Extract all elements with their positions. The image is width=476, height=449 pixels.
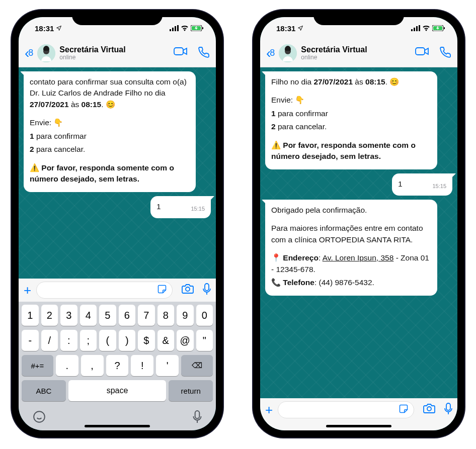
key-space[interactable]: space	[68, 380, 167, 401]
svg-rect-9	[174, 48, 183, 55]
key-at[interactable]: @	[177, 330, 194, 351]
svg-point-24	[427, 407, 431, 411]
message-input[interactable]	[36, 282, 173, 299]
key-slash[interactable]: /	[41, 330, 58, 351]
svg-rect-0	[170, 29, 171, 31]
svg-rect-14	[411, 29, 413, 31]
phone-call-icon[interactable]	[439, 46, 451, 60]
chat-area[interactable]: contato para confirmar sua consulta com …	[19, 67, 216, 279]
microphone-icon[interactable]	[203, 283, 211, 297]
key-colon[interactable]: :	[60, 330, 77, 351]
battery-icon	[191, 24, 204, 33]
microphone-icon[interactable]	[444, 403, 452, 417]
home-indicator[interactable]	[85, 425, 150, 427]
key-exclaim[interactable]: !	[131, 355, 153, 376]
video-call-icon[interactable]	[415, 46, 429, 60]
key-quote[interactable]: "	[196, 330, 213, 351]
location-arrow-icon	[56, 24, 62, 33]
key-5[interactable]: 5	[99, 305, 116, 326]
keyboard-row-1: 1 2 3 4 5 6 7 8 9 0	[21, 305, 214, 326]
phone-call-icon[interactable]	[198, 46, 210, 60]
message-outgoing: 1 15:15	[150, 196, 211, 218]
message-incoming: contato para confirmar sua consulta com …	[24, 71, 196, 192]
screen: 18:31 ‹ 8	[260, 17, 457, 430]
key-semicolon[interactable]: ;	[80, 330, 97, 351]
svg-rect-20	[444, 27, 445, 29]
plus-icon[interactable]: +	[265, 402, 273, 418]
camera-icon[interactable]	[182, 284, 194, 297]
key-8[interactable]: 8	[157, 305, 175, 326]
svg-rect-15	[414, 28, 415, 31]
contact-status: online	[59, 54, 170, 61]
status-time: 18:31	[35, 24, 54, 33]
back-button[interactable]: ‹ 8	[25, 46, 33, 60]
camera-icon[interactable]	[423, 403, 435, 416]
key-abc[interactable]: ABC	[22, 380, 66, 401]
avatar[interactable]	[279, 44, 297, 62]
svg-rect-13	[195, 411, 200, 418]
key-paren-close[interactable]: )	[119, 330, 136, 351]
key-dash[interactable]: -	[22, 330, 39, 351]
key-paren-open[interactable]: (	[99, 330, 116, 351]
screen: 18:31 ‹ 8	[19, 17, 216, 430]
phone-right: 18:31 ‹ 8	[253, 10, 464, 437]
plus-icon[interactable]: +	[24, 283, 31, 298]
key-symbols[interactable]: #+=	[22, 355, 53, 376]
svg-point-12	[34, 411, 45, 422]
keyboard: 1 2 3 4 5 6 7 8 9 0 - / : ; ( ) $ & @	[19, 302, 216, 430]
message-time: 15:15	[191, 205, 205, 213]
key-4[interactable]: 4	[80, 305, 97, 326]
key-0[interactable]: 0	[196, 305, 213, 326]
message-input[interactable]	[278, 401, 414, 418]
svg-rect-1	[172, 28, 174, 31]
status-time: 18:31	[276, 24, 295, 33]
keyboard-row-3: #+= . , ? ! ' ⌫	[21, 355, 214, 376]
key-dollar[interactable]: $	[138, 330, 155, 351]
svg-rect-11	[205, 284, 209, 291]
key-comma[interactable]: ,	[81, 355, 104, 376]
key-period[interactable]: .	[56, 355, 78, 376]
sticker-icon[interactable]	[157, 284, 167, 296]
contact-info[interactable]: Secretária Virtual online	[301, 45, 411, 61]
key-6[interactable]: 6	[119, 305, 136, 326]
notch	[72, 10, 163, 25]
svg-rect-2	[175, 26, 176, 31]
chat-header: ‹ 8 Secretária Virtual online	[260, 39, 457, 67]
svg-rect-25	[446, 403, 450, 410]
key-return[interactable]: return	[169, 380, 213, 401]
battery-icon	[432, 24, 445, 33]
svg-rect-16	[416, 26, 418, 31]
key-9[interactable]: 9	[177, 305, 194, 326]
key-1[interactable]: 1	[22, 305, 39, 326]
svg-point-10	[186, 287, 190, 291]
contact-name: Secretária Virtual	[301, 45, 411, 54]
contact-info[interactable]: Secretária Virtual online	[59, 45, 170, 61]
key-backspace[interactable]: ⌫	[181, 355, 213, 376]
contact-name: Secretária Virtual	[59, 45, 170, 54]
keyboard-row-2: - / : ; ( ) $ & @ "	[21, 330, 214, 351]
svg-rect-6	[202, 27, 203, 29]
home-indicator[interactable]	[326, 425, 391, 427]
key-7[interactable]: 7	[138, 305, 155, 326]
key-3[interactable]: 3	[60, 305, 77, 326]
key-2[interactable]: 2	[41, 305, 58, 326]
message-time: 15:15	[432, 183, 446, 191]
notch	[313, 10, 404, 25]
keyboard-bottom	[21, 405, 214, 427]
key-question[interactable]: ?	[106, 355, 129, 376]
wifi-icon	[422, 24, 430, 33]
video-call-icon[interactable]	[174, 46, 188, 60]
signal-icon	[170, 24, 179, 33]
back-count: 8	[28, 48, 33, 58]
avatar[interactable]	[37, 44, 55, 62]
sticker-icon[interactable]	[399, 404, 409, 416]
emoji-icon[interactable]	[33, 410, 46, 425]
message-input-row: +	[19, 279, 216, 302]
key-apostrophe[interactable]: '	[156, 355, 179, 376]
key-amp[interactable]: &	[157, 330, 175, 351]
dictation-icon[interactable]	[193, 410, 202, 425]
message-incoming-2: Obrigado pela confirmação. Para maiores …	[265, 200, 437, 296]
back-button[interactable]: ‹ 8	[266, 46, 275, 60]
chat-header: ‹ 8 Secretária Virtual online	[19, 39, 216, 67]
chat-area[interactable]: Filho no dia 27/07/2021 às 08:15. 😊 Envi…	[260, 67, 457, 398]
